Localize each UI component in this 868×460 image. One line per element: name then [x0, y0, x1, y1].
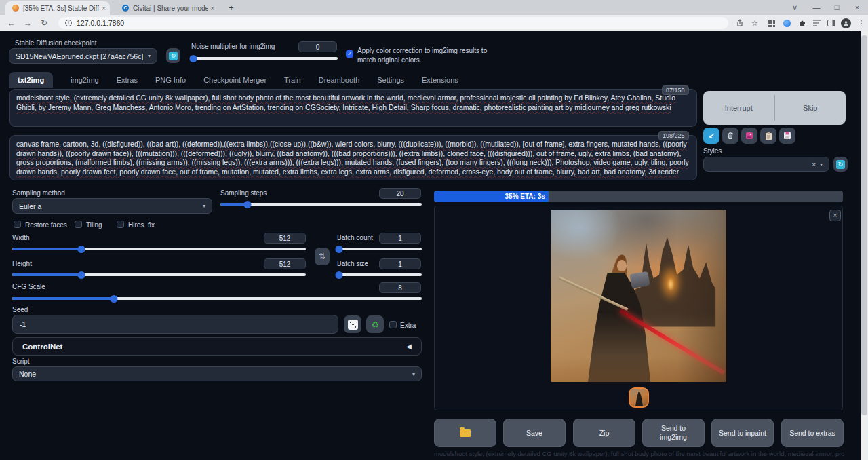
zip-button[interactable]: Zip [573, 419, 635, 447]
slider-handle[interactable] [244, 201, 252, 208]
checkpoint-dropdown[interactable]: SD15NewVAEpruned.ckpt [27a4ac756c] ▾ [9, 48, 157, 64]
slider-track[interactable] [337, 273, 422, 276]
reuse-seed-button[interactable]: ♻ [366, 315, 384, 333]
slider-track[interactable] [191, 57, 338, 60]
swap-dimensions-button[interactable]: ⇅ [315, 248, 330, 265]
slider-track[interactable] [337, 248, 422, 250]
tab-close-icon[interactable]: × [102, 5, 106, 12]
slider-track[interactable] [12, 297, 422, 300]
clipboard-icon [765, 132, 772, 140]
save-style-button[interactable] [779, 128, 795, 144]
puzzle-extension-icon[interactable] [796, 17, 808, 29]
profile-avatar[interactable] [840, 17, 852, 29]
slider-track[interactable] [12, 248, 306, 250]
batch-size-value[interactable]: 1 [379, 258, 421, 269]
restore-faces-checkbox[interactable] [14, 221, 21, 228]
tab-checkpoint-merger[interactable]: Checkpoint Merger [203, 76, 267, 88]
batch-size-slider[interactable] [337, 271, 422, 278]
noise-multiplier-slider[interactable] [191, 54, 338, 62]
browser-tab-active[interactable]: [35% ETA: 3s] Stable Diffusion × [5, 1, 110, 15]
slider-track[interactable] [12, 273, 306, 276]
window-restore-icon[interactable]: □ [827, 0, 846, 15]
clear-icon[interactable]: × [812, 161, 816, 168]
negative-prompt-token-counter: 198/225 [658, 131, 689, 140]
slider-handle[interactable] [190, 55, 197, 62]
trash-icon [726, 132, 734, 140]
address-bar[interactable]: i 127.0.0.1:7860 [58, 17, 728, 29]
random-seed-button[interactable] [344, 315, 361, 333]
height-slider[interactable] [12, 271, 306, 278]
extra-seed-checkbox[interactable] [389, 321, 397, 328]
browser-menu-icon[interactable]: ⋮ [855, 17, 867, 29]
slider-handle[interactable] [77, 246, 85, 253]
skip-button[interactable]: Skip [775, 91, 846, 125]
send-to-extras-button[interactable]: Send to extras [781, 419, 844, 447]
tab-extras[interactable]: Extras [117, 76, 138, 88]
noise-multiplier-value[interactable]: 0 [298, 41, 337, 52]
apply-style-button[interactable] [760, 128, 776, 144]
controlnet-accordion[interactable]: ControlNet ◀ [12, 337, 422, 356]
blue-circle-extension-icon[interactable] [781, 17, 793, 29]
window-minimize-icon[interactable]: — [807, 0, 826, 15]
hires-fix-checkbox[interactable] [117, 221, 124, 228]
window-chevron-icon[interactable]: ∨ [785, 0, 804, 15]
checkpoint-refresh-button[interactable]: ↻ [166, 48, 180, 63]
bookmark-star-icon[interactable]: ☆ [749, 17, 761, 29]
dice-icon [348, 320, 358, 330]
negative-prompt-textarea[interactable]: canvas frame, cartoon, 3d, ((disfigured)… [9, 135, 697, 180]
browser-tab-civitai[interactable]: C Civitai | Share your models × [115, 1, 218, 15]
slider-handle[interactable] [335, 271, 342, 279]
prompt-textarea[interactable]: modelshoot style, (extremely detailed CG… [9, 89, 697, 127]
extra-networks-button[interactable] [741, 128, 757, 144]
site-info-icon[interactable]: i [65, 20, 72, 26]
batch-count-slider[interactable] [337, 245, 422, 252]
send-to-img2img-button[interactable]: Send to img2img [642, 419, 705, 447]
tab-img2img[interactable]: img2img [71, 76, 99, 88]
extension-grid-icon[interactable] [765, 17, 777, 29]
generated-image[interactable] [551, 210, 726, 382]
reading-list-icon[interactable] [811, 17, 823, 29]
tiling-checkbox[interactable] [75, 221, 82, 228]
color-correction-checkbox[interactable]: ✓ [346, 50, 353, 58]
styles-dropdown[interactable]: × ▾ [703, 157, 829, 172]
tab-train[interactable]: Train [284, 76, 301, 88]
seed-input[interactable] [12, 315, 338, 334]
tab-txt2img[interactable]: txt2img [9, 72, 53, 88]
new-tab-button[interactable]: + [224, 0, 239, 15]
width-value[interactable]: 512 [264, 233, 306, 244]
send-to-inpaint-button[interactable]: Send to inpaint [711, 419, 774, 447]
tab-settings[interactable]: Settings [377, 76, 404, 88]
gallery-thumbnail[interactable] [629, 387, 649, 408]
clear-prompt-button[interactable] [722, 128, 738, 144]
sampling-steps-value[interactable]: 20 [379, 188, 421, 199]
width-label: Width [12, 234, 30, 242]
interrupt-button[interactable]: Interrupt [703, 91, 774, 125]
side-panel-icon[interactable] [825, 17, 837, 29]
window-close-icon[interactable]: × [848, 0, 867, 15]
slider-handle[interactable] [77, 271, 85, 279]
tab-extensions[interactable]: Extensions [422, 76, 458, 88]
cfg-scale-slider[interactable] [12, 294, 422, 302]
reload-icon[interactable]: ↻ [38, 17, 50, 29]
sampling-steps-slider[interactable] [220, 200, 422, 208]
forward-icon[interactable]: → [22, 17, 34, 29]
width-slider[interactable] [12, 245, 306, 252]
back-icon[interactable]: ← [5, 17, 18, 29]
script-dropdown[interactable]: None ▾ [12, 366, 422, 381]
batch-count-value[interactable]: 1 [379, 233, 421, 244]
close-gallery-button[interactable]: × [829, 210, 841, 221]
tab-close-icon[interactable]: × [210, 5, 214, 12]
slider-handle[interactable] [110, 295, 117, 303]
scrollbar-thumb[interactable] [861, 35, 867, 415]
tab-png-info[interactable]: PNG Info [155, 76, 186, 88]
open-folder-button[interactable] [434, 419, 496, 447]
save-button[interactable]: Save [503, 419, 566, 447]
cfg-scale-value[interactable]: 8 [379, 282, 421, 293]
paste-params-button[interactable]: ↙ [703, 128, 719, 144]
styles-refresh-button[interactable]: ↻ [833, 157, 848, 172]
sampling-method-dropdown[interactable]: Euler a ▾ [12, 198, 212, 214]
slider-handle[interactable] [335, 246, 342, 253]
share-icon[interactable] [734, 17, 746, 29]
tab-dreambooth[interactable]: Dreambooth [319, 76, 360, 88]
height-value[interactable]: 512 [264, 258, 306, 269]
